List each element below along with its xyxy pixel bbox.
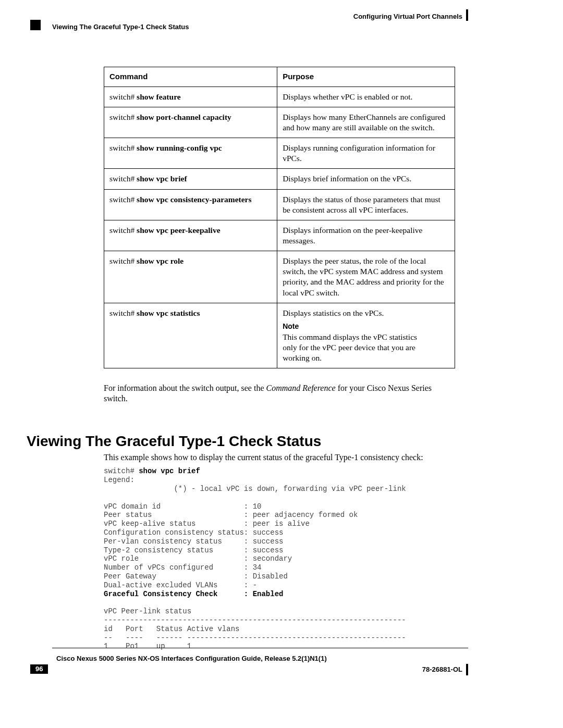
table-row: switch# show feature Displays whether vP… (104, 87, 455, 107)
term-line: vPC keep-alive status : peer is alive (104, 520, 310, 528)
footer-divider (52, 648, 468, 648)
term-bold: Graceful Consistency Check : (104, 590, 253, 598)
header-section-title: Viewing The Graceful Type-1 Check Status (52, 23, 189, 31)
purpose-text: Displays information on the peer-keepali… (277, 220, 455, 251)
col-header-command: Command (104, 67, 277, 87)
header-right-bar (466, 9, 468, 21)
cmd-prefix: switch# (109, 92, 137, 101)
cmd-text: show vpc brief (137, 174, 187, 183)
header-chapter-title: Configuring Virtual Port Channels (353, 13, 462, 21)
command-reference-italic: Command Reference (266, 384, 336, 392)
section-heading: Viewing The Graceful Type-1 Check Status (27, 432, 378, 450)
table-row: switch# show port-channel capacity Displ… (104, 107, 455, 138)
cmd-prefix: switch# (109, 309, 137, 317)
footer-page-number: 96 (30, 664, 48, 674)
purpose-text: Displays the peer status, the role of th… (277, 251, 455, 303)
term-line: vPC domain id : 10 (104, 502, 261, 511)
cmd-text: show vpc statistics (137, 309, 200, 317)
table-row: switch# show vpc statistics Displays sta… (104, 303, 455, 368)
term-line: Per-vlan consistency status : success (104, 537, 283, 546)
cmd-text: show running-config vpc (137, 143, 222, 152)
note-body: This command displays the vPC statistics… (283, 332, 425, 363)
term-line: Dual-active excluded VLANs : - (104, 581, 257, 589)
term-line: (*) - local vPC is down, forwarding via … (104, 485, 406, 493)
purpose-text: Displays statistics on the vPCs. (283, 308, 449, 318)
term-line: id Port Status Active vlans (104, 625, 239, 633)
cmd-prefix: switch# (109, 195, 137, 204)
header-left-square (30, 20, 41, 30)
footer-right-bar (466, 664, 468, 675)
cmd-prefix: switch# (109, 226, 137, 235)
note-label: Note (283, 322, 305, 331)
term-line: ----------------------------------------… (104, 616, 406, 624)
table-row: switch# show vpc peer-keepalive Displays… (104, 220, 455, 251)
purpose-text: Displays whether vPC is enabled or not. (277, 87, 455, 107)
purpose-text: Displays the status of those parameters … (277, 189, 455, 220)
term-bold: show vpc brief (139, 467, 200, 475)
term-line: Peer status : peer adjacency formed ok (104, 511, 358, 519)
term-line: Number of vPCs configured : 34 (104, 563, 261, 572)
term-line: 1 Po1 up 1 (104, 642, 191, 650)
cmd-prefix: switch# (109, 256, 137, 265)
term-line: vPC Peer-link status (104, 607, 191, 615)
term-line: Peer Gateway : Disabled (104, 572, 288, 581)
purpose-text: Displays how many EtherChannels are conf… (277, 107, 455, 138)
footer-doc-id: 78-26881-OL (422, 665, 462, 674)
cmd-prefix: switch# (109, 143, 137, 152)
term-line: switch# (104, 467, 139, 475)
cmd-text: show vpc consistency-parameters (137, 195, 251, 204)
cmd-text: show port-channel capacity (137, 113, 231, 121)
command-table: Command Purpose switch# show feature Dis… (104, 67, 455, 368)
purpose-text: Displays running configuration informati… (277, 138, 455, 169)
cmd-text: show feature (137, 92, 181, 101)
term-line: Configuration consistency status: succes… (104, 528, 283, 537)
cmd-text: show vpc role (137, 256, 183, 265)
table-row: switch# show running-config vpc Displays… (104, 138, 455, 169)
after-table-paragraph: For information about the switch output,… (104, 383, 455, 404)
cmd-prefix: switch# (109, 174, 137, 183)
term-line: Type-2 consistency status : success (104, 546, 283, 554)
section-intro: This example shows how to display the cu… (104, 452, 455, 463)
footer-guide-title: Cisco Nexus 5000 Series NX-OS Interfaces… (56, 655, 327, 663)
cmd-text: show vpc peer-keepalive (137, 226, 220, 235)
cmd-prefix: switch# (109, 113, 137, 121)
table-row: switch# show vpc role Displays the peer … (104, 251, 455, 303)
col-header-purpose: Purpose (277, 67, 455, 87)
text: For information about the switch output,… (104, 384, 266, 392)
term-line: -- ---- ------ -------------------------… (104, 634, 406, 642)
term-line: Legend: (104, 476, 134, 484)
term-bold: Enabled (253, 590, 284, 598)
term-line: vPC role : secondary (104, 554, 292, 563)
table-row: switch# show vpc consistency-parameters … (104, 189, 455, 220)
purpose-text: Displays brief information on the vPCs. (277, 169, 455, 189)
table-row: switch# show vpc brief Displays brief in… (104, 169, 455, 189)
terminal-output: switch# show vpc brief Legend: (*) - loc… (104, 467, 455, 651)
